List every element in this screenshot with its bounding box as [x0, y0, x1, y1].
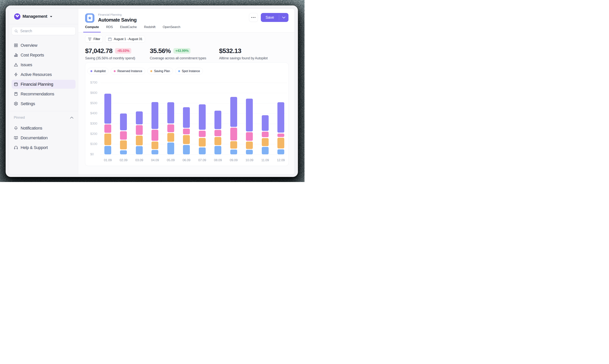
save-button[interactable]: Save	[261, 15, 279, 20]
sidebar-item-active-resources[interactable]: Active Resources	[12, 70, 76, 79]
ellipsis-icon	[251, 17, 256, 18]
headphones-icon	[14, 145, 18, 150]
x-axis-label: 07.09	[194, 158, 210, 162]
gridline	[101, 124, 287, 124]
x-axis-label: 06.09	[179, 158, 194, 162]
gear-icon	[14, 102, 18, 106]
bar-segment-autopilot	[104, 94, 111, 124]
save-split-button: Save	[261, 13, 288, 22]
sidebar-item-financial-planning[interactable]: Financial Planning	[12, 80, 76, 89]
app-panel: Management Search OverviewCost ReportsIs…	[9, 9, 295, 175]
chevron-up-icon	[70, 117, 73, 119]
bar-segment-spot-instance	[136, 146, 143, 154]
tab-compute[interactable]: Compute	[83, 25, 101, 32]
sidebar-item-overview[interactable]: Overview	[12, 41, 76, 50]
warning-icon	[14, 63, 18, 67]
y-axis-label: $700	[90, 81, 102, 85]
bar-segment-spot-instance	[262, 147, 269, 154]
bar-segment-autopilot	[262, 115, 269, 131]
workspace-name: Management	[23, 14, 47, 19]
gridline	[101, 113, 287, 114]
bar-segment-spot-instance	[183, 145, 190, 154]
bar-segment-spot-instance	[214, 146, 221, 154]
toolbar: Filter August 1 - August 31	[85, 36, 288, 42]
bar-segment-spot-instance	[167, 143, 174, 154]
bar-segment-saving-plan	[230, 141, 237, 149]
star-doc-icon	[85, 13, 94, 23]
sidebar-item-cost-reports[interactable]: Cost Reports	[12, 51, 76, 60]
page-header: Financial Planning Automate Saving Compu…	[78, 9, 294, 32]
date-range-label: August 1 - August 31	[114, 37, 142, 41]
bar-segment-autopilot	[120, 114, 127, 130]
tab-rds[interactable]: RDS	[104, 25, 115, 32]
stat-value: $7,042.78	[85, 47, 112, 54]
filter-icon	[88, 37, 92, 41]
bar-segment-saving-plan	[183, 135, 190, 144]
bar-segment-spot-instance	[104, 146, 111, 154]
sidebar-item-documentation[interactable]: Documentation	[12, 133, 76, 142]
pinned-section-header[interactable]: Pinned	[12, 114, 76, 121]
bar-segment-spot-instance	[152, 150, 158, 154]
sidebar-item-label: Recommendations	[21, 91, 54, 97]
sidebar-item-recommendations[interactable]: Recommendations	[12, 90, 76, 98]
sidebar-item-label: Overview	[21, 43, 37, 48]
chevron-down-icon	[282, 17, 285, 18]
sidebar-item-settings[interactable]: Settings	[12, 99, 76, 108]
bar-segment-reserved-instance	[214, 130, 221, 136]
workspace-switcher[interactable]: Management	[9, 9, 78, 24]
bar-segment-reserved-instance	[120, 131, 127, 140]
gridline	[101, 83, 287, 83]
bar-segment-reserved-instance	[167, 124, 174, 132]
bar-segment-saving-plan	[246, 142, 253, 149]
more-actions-button[interactable]	[249, 13, 258, 22]
title-texts: Financial Planning Automate Saving	[98, 13, 137, 23]
stacked-bar-chart: $0$100$200$300$400$500$600$70001.0902.09…	[85, 63, 288, 166]
bar-segment-reserved-instance	[152, 130, 158, 141]
bar-segment-saving-plan	[199, 138, 206, 147]
bar-segment-reserved-instance	[136, 125, 143, 135]
search-input[interactable]: Search	[12, 27, 76, 35]
sidebar: Management Search OverviewCost ReportsIs…	[9, 9, 78, 174]
sidebar-nav: OverviewCost ReportsIssuesActive Resourc…	[9, 41, 78, 109]
bar-segment-saving-plan	[136, 136, 143, 145]
bar-segment-saving-plan	[120, 140, 127, 149]
bar-segment-reserved-instance	[262, 132, 269, 137]
stat-value-row: $532.13	[219, 47, 288, 54]
gridline	[101, 154, 287, 155]
x-axis-label: 09.09	[226, 158, 242, 162]
y-axis-label: $400	[90, 111, 102, 115]
sidebar-item-help-support[interactable]: Help & Support	[12, 143, 76, 152]
star-doc-inner	[87, 15, 92, 21]
stat-1: $7,042.78-45.03%Saving (35.56% of monthl…	[85, 47, 150, 60]
tab-elasticache[interactable]: ElastiCache	[118, 25, 139, 32]
bar-segment-reserved-instance	[183, 129, 190, 134]
sidebar-item-notifications[interactable]: Notifications	[12, 124, 76, 133]
bar-segment-autopilot	[214, 111, 221, 129]
y-axis-label: $100	[90, 142, 102, 146]
search-placeholder: Search	[20, 29, 32, 33]
sidebar-item-label: Financial Planning	[21, 82, 53, 87]
bar-segment-autopilot	[167, 102, 174, 124]
stat-label: Saving (35.56% of monthly spend)	[85, 56, 150, 60]
tab-redshift[interactable]: Redshift	[142, 25, 157, 32]
gridline	[101, 93, 287, 93]
sidebar-item-label: Notifications	[21, 126, 42, 131]
bar-segment-spot-instance	[246, 150, 253, 154]
bookmark-icon	[14, 92, 18, 96]
bar-segment-spot-instance	[277, 149, 284, 154]
bar-chart-icon	[14, 53, 18, 57]
bar-segment-autopilot	[230, 97, 237, 127]
sidebar-item-label: Documentation	[21, 135, 48, 140]
sidebar-item-issues[interactable]: Issues	[12, 60, 76, 69]
pinned-list: NotificationsDocumentationHelp & Support	[9, 124, 78, 153]
bar-segment-autopilot	[199, 104, 206, 130]
bar-segment-autopilot	[246, 99, 253, 131]
bar-segment-saving-plan	[214, 137, 221, 145]
save-dropdown-button[interactable]	[279, 17, 288, 18]
sidebar-item-label: Cost Reports	[21, 53, 44, 58]
filter-button[interactable]: Filter	[85, 36, 103, 42]
calendar-icon	[108, 37, 112, 41]
tab-opensearch[interactable]: OpenSearch	[161, 25, 182, 32]
date-range-button[interactable]: August 1 - August 31	[105, 36, 145, 42]
y-axis-label: $500	[90, 101, 102, 105]
